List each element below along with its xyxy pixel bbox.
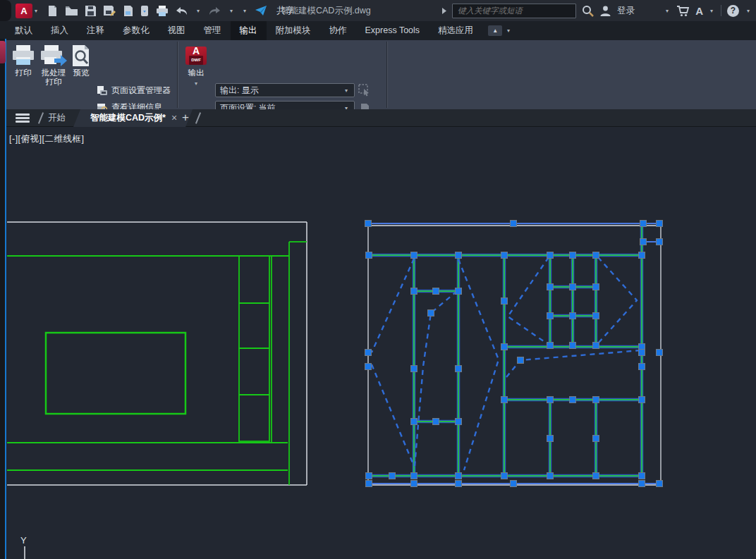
- selection-grips[interactable]: [365, 221, 663, 487]
- grip[interactable]: [593, 252, 599, 259]
- new-tab-button[interactable]: +: [178, 109, 193, 127]
- grip[interactable]: [593, 313, 599, 319]
- grip[interactable]: [411, 288, 417, 295]
- grip[interactable]: [570, 252, 576, 259]
- grip[interactable]: [593, 343, 599, 349]
- grip[interactable]: [547, 284, 554, 290]
- grip[interactable]: [456, 419, 462, 425]
- tab-parametric[interactable]: 参数化: [114, 21, 159, 40]
- grip[interactable]: [366, 473, 372, 479]
- autodesk-caret-icon[interactable]: ▾: [710, 8, 713, 14]
- drawing-canvas[interactable]: [-][俯视][二维线框] Y: [0, 127, 756, 559]
- tab-annotate[interactable]: 注释: [78, 21, 114, 40]
- tab-collaborate[interactable]: 协作: [320, 21, 356, 40]
- grip[interactable]: [511, 481, 517, 487]
- grip[interactable]: [639, 397, 645, 403]
- save-icon[interactable]: [85, 5, 97, 17]
- search-input[interactable]: [452, 4, 576, 18]
- grip[interactable]: [411, 481, 417, 487]
- grip[interactable]: [411, 252, 417, 259]
- sign-in-caret-icon[interactable]: ▾: [666, 8, 669, 14]
- grip[interactable]: [389, 473, 396, 479]
- grip[interactable]: [547, 313, 554, 319]
- grip[interactable]: [593, 436, 599, 442]
- grip[interactable]: [639, 481, 645, 487]
- preview-button[interactable]: 预览: [68, 43, 94, 78]
- grip[interactable]: [456, 481, 462, 487]
- autocad-app-icon[interactable]: A: [16, 4, 32, 18]
- grip[interactable]: [501, 298, 508, 305]
- new-file-icon[interactable]: [47, 5, 59, 17]
- tab-insert[interactable]: 插入: [42, 21, 78, 40]
- grip[interactable]: [433, 419, 439, 425]
- grip[interactable]: [456, 366, 462, 372]
- grip[interactable]: [547, 343, 554, 349]
- grip[interactable]: [365, 364, 372, 370]
- grip[interactable]: [366, 252, 372, 259]
- grip[interactable]: [570, 313, 576, 319]
- grip[interactable]: [657, 350, 663, 356]
- grip[interactable]: [365, 350, 372, 356]
- plot-sheet-icon[interactable]: [122, 5, 133, 17]
- redo-history-caret-icon[interactable]: ▾: [230, 8, 233, 14]
- grip[interactable]: [456, 473, 462, 479]
- grip[interactable]: [640, 221, 647, 227]
- print-button[interactable]: 打印: [8, 43, 38, 78]
- undo-history-caret-icon[interactable]: ▾: [197, 8, 200, 14]
- grip[interactable]: [547, 436, 554, 442]
- grip[interactable]: [547, 252, 554, 259]
- grip[interactable]: [639, 364, 645, 370]
- close-tab-icon[interactable]: ×: [171, 109, 177, 127]
- tab-featured-apps[interactable]: 精选应用: [429, 21, 482, 40]
- ribbon-minimize-icon[interactable]: ▲: [488, 25, 502, 36]
- grip[interactable]: [547, 397, 554, 403]
- grip[interactable]: [657, 481, 663, 487]
- grip[interactable]: [456, 288, 462, 295]
- grip[interactable]: [639, 350, 645, 356]
- search-icon[interactable]: [582, 5, 594, 17]
- grip[interactable]: [411, 473, 417, 479]
- hamburger-menu-icon[interactable]: [16, 113, 30, 124]
- grip[interactable]: [657, 221, 663, 227]
- tab-view[interactable]: 视图: [159, 21, 195, 40]
- sign-in-button[interactable]: 登录: [617, 5, 635, 17]
- tab-default[interactable]: 默认: [6, 21, 42, 40]
- user-icon[interactable]: [599, 5, 611, 17]
- help-caret-icon[interactable]: ▾: [747, 8, 750, 14]
- grip[interactable]: [639, 252, 645, 259]
- start-tab[interactable]: 开始: [48, 109, 66, 127]
- grip[interactable]: [570, 343, 576, 349]
- save-as-icon[interactable]: [103, 5, 116, 17]
- tab-manage[interactable]: 管理: [195, 21, 231, 40]
- grip[interactable]: [547, 473, 554, 479]
- grip[interactable]: [640, 239, 647, 245]
- grip[interactable]: [411, 419, 417, 425]
- ucs-icon[interactable]: Y: [20, 535, 27, 559]
- print-icon[interactable]: [156, 5, 169, 17]
- right-drawing-selected[interactable]: [368, 223, 661, 485]
- open-folder-icon[interactable]: [65, 5, 78, 17]
- qat-customize-caret-icon[interactable]: ▾: [243, 8, 246, 14]
- share-icon[interactable]: [255, 5, 267, 16]
- grip[interactable]: [593, 473, 599, 479]
- grip[interactable]: [501, 344, 508, 350]
- cad-drawing[interactable]: Y: [0, 127, 756, 559]
- grip[interactable]: [501, 473, 508, 479]
- export-split-caret-icon[interactable]: ▾: [195, 79, 197, 88]
- grip[interactable]: [570, 284, 576, 290]
- grip[interactable]: [639, 473, 645, 479]
- grip[interactable]: [428, 310, 434, 317]
- title-expand-arrow-icon[interactable]: [441, 8, 446, 14]
- grip[interactable]: [366, 481, 372, 487]
- tab-addins[interactable]: 附加模块: [267, 21, 320, 40]
- active-document-tab[interactable]: 智能建模CAD示例* ×: [73, 109, 193, 127]
- grip[interactable]: [511, 221, 517, 227]
- export-button[interactable]: A DWF 输出 ▾: [181, 43, 212, 88]
- ribbon-minimize-control[interactable]: ▲ ▾: [488, 21, 512, 40]
- mobile-transfer-icon[interactable]: [140, 5, 150, 17]
- autodesk-logo-icon[interactable]: A: [695, 5, 702, 17]
- ribbon-minimize-caret-icon[interactable]: ▾: [507, 27, 510, 34]
- grip[interactable]: [593, 397, 599, 403]
- tab-output-active[interactable]: 输出: [231, 21, 267, 40]
- grip[interactable]: [456, 252, 462, 259]
